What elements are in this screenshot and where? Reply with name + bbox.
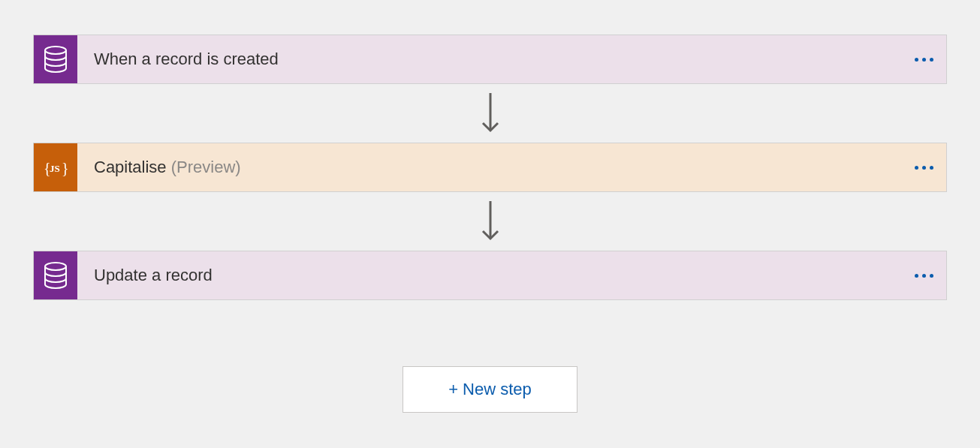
step-menu-button[interactable]: [901, 274, 946, 278]
database-icon: [44, 262, 68, 289]
svg-text:}: }: [62, 160, 69, 176]
arrow-down-icon: [480, 200, 501, 243]
step-title: When a record is created: [77, 50, 901, 69]
step-menu-button[interactable]: [901, 58, 946, 62]
flow-connector: [480, 84, 501, 143]
ellipsis-icon: [915, 166, 933, 170]
database-icon: [44, 46, 68, 73]
svg-text:JS: JS: [50, 163, 60, 174]
arrow-down-icon: [480, 92, 501, 135]
step-title: Capitalise (Preview): [77, 158, 901, 177]
step-title: Update a record: [77, 266, 901, 285]
svg-point-6: [45, 263, 66, 270]
flow-step-action-capitalise[interactable]: { JS } Capitalise (Preview): [33, 143, 947, 192]
new-step-label: New step: [463, 380, 532, 399]
plus-icon: +: [448, 380, 458, 399]
database-icon-box: [34, 251, 77, 299]
ellipsis-icon: [915, 58, 933, 62]
database-icon-box: [34, 35, 77, 83]
flow-step-action-update[interactable]: Update a record: [33, 251, 947, 300]
new-step-button[interactable]: + New step: [403, 366, 577, 413]
flow-connector: [480, 192, 501, 251]
flow-step-trigger[interactable]: When a record is created: [33, 35, 947, 84]
ellipsis-icon: [915, 274, 933, 278]
js-icon: { JS }: [42, 154, 69, 181]
step-menu-button[interactable]: [901, 166, 946, 170]
js-icon-box: { JS }: [34, 143, 77, 191]
svg-point-0: [45, 47, 66, 54]
